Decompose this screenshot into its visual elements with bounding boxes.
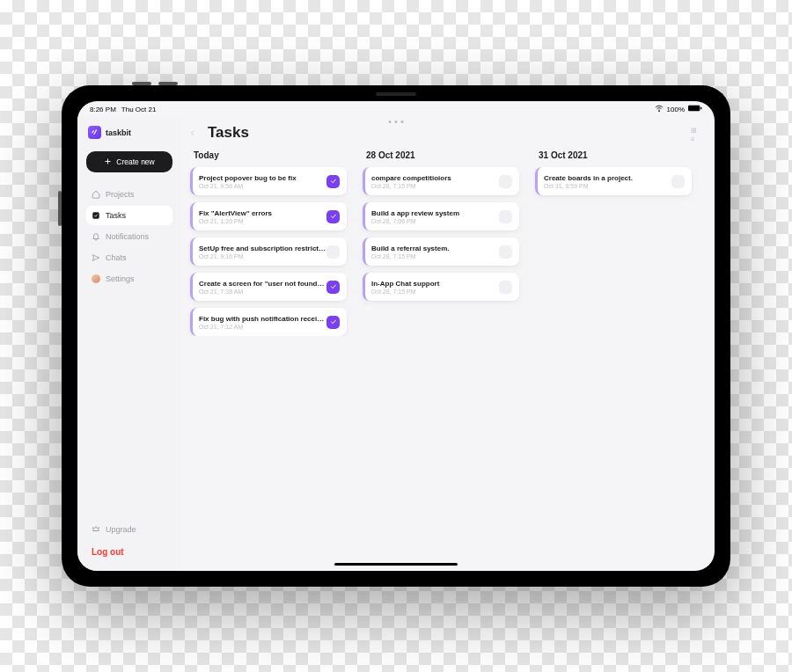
sidebar-item-label: Settings [106,274,135,283]
svg-point-0 [658,111,659,112]
task-card[interactable]: Create a screen for "user not found" ale… [190,273,347,301]
plus-icon [104,157,112,167]
tablet-device-frame: 8:26 PM Thu Oct 21 100% [62,85,730,587]
column-title: 31 Oct 2021 [539,150,692,160]
sidebar-item-settings[interactable]: Settings [86,269,172,289]
grid-view-icon: ⊞ [691,128,697,135]
sidebar-item-label: Projects [106,190,135,199]
task-empty-checkbox[interactable] [499,210,512,223]
bell-icon [92,232,100,241]
task-columns: TodayProject popover bug to be fixOct 21… [181,150,702,336]
task-date: Oct 28, 7:06 PM [371,218,499,224]
home-indicator[interactable] [334,563,458,566]
view-toggle[interactable]: ⊞ ≡ [691,128,697,143]
task-card[interactable]: Fix bug with push notification receiving… [190,308,347,336]
task-title: Project popover bug to be fix [199,174,326,182]
wifi-icon [655,105,664,113]
brand-logo-icon [88,126,101,139]
task-done-checkbox[interactable] [326,316,340,329]
sidebar-item-label: Chats [106,253,127,262]
task-empty-checkbox[interactable] [499,175,512,188]
task-date: Oct 21, 9:16 PM [199,253,326,259]
task-date: Oct 28, 7:15 PM [371,183,499,189]
home-icon [92,190,100,199]
status-time: 8:26 PM [90,106,116,113]
task-done-checkbox[interactable] [326,175,340,188]
task-title: Fix "AlertView" errors [199,209,326,217]
task-list: Create boards in a project.Oct 31, 8:59 … [535,167,692,195]
task-done-checkbox[interactable] [326,210,340,223]
sidebar-item-chats[interactable]: Chats [86,248,172,267]
task-list: compare competitioiorsOct 28, 7:15 PMBui… [363,167,519,301]
task-date: Oct 21, 9:56 AM [199,183,326,189]
sidebar-item-tasks[interactable]: Tasks [86,206,172,225]
task-date: Oct 28, 7:15 PM [371,289,499,295]
upgrade-label: Upgrade [106,525,136,534]
sidebar-item-notifications[interactable]: Notifications [86,227,172,246]
list-view-icon: ≡ [691,136,697,143]
task-title: Build a referral system. [371,245,499,252]
battery-icon [688,105,702,113]
task-card[interactable]: Build a app review systemOct 28, 7:06 PM [363,202,519,230]
task-card[interactable]: Create boards in a project.Oct 31, 8:59 … [535,167,692,195]
task-empty-checkbox[interactable] [499,245,512,259]
task-date: Oct 21, 7:38 AM [199,289,326,295]
task-empty-checkbox[interactable] [326,245,340,259]
crown-icon [92,524,100,535]
task-card[interactable]: Project popover bug to be fixOct 21, 9:5… [190,167,347,195]
back-button[interactable] [185,125,201,141]
sidebar: taskbit Create new Projects [77,117,181,571]
sidebar-item-label: Notifications [106,232,149,241]
sidebar-item-label: Tasks [106,211,126,220]
svg-rect-1 [688,106,700,112]
task-done-checkbox[interactable] [326,281,340,294]
brand-name: taskbit [106,128,131,137]
column-title: Today [194,150,347,160]
upgrade-button[interactable]: Upgrade [86,521,172,538]
task-title: Fix bug with push notification receiving… [199,315,326,323]
task-date: Oct 28, 7:15 PM [371,253,499,259]
task-title: compare competitioiors [371,174,499,182]
task-card[interactable]: In-App Chat supportOct 28, 7:15 PM [363,273,519,301]
task-card[interactable]: SetUp free and subscription restrictions… [190,237,347,266]
brand[interactable]: taskbit [86,124,172,144]
avatar-icon [92,274,100,283]
send-icon [92,253,100,262]
sidebar-item-projects[interactable]: Projects [86,185,172,204]
camera-notch [376,92,416,96]
create-new-button[interactable]: Create new [86,151,172,172]
task-title: Build a app review system [371,209,499,217]
create-new-label: Create new [116,157,154,166]
task-column: 31 Oct 2021Create boards in a project.Oc… [535,150,692,336]
task-list: Project popover bug to be fixOct 21, 9:5… [190,167,347,336]
task-date: Oct 21, 1:20 PM [199,218,326,224]
logout-button[interactable]: Log out [86,544,172,560]
task-date: Oct 31, 8:59 PM [544,183,671,189]
task-empty-checkbox[interactable] [499,281,512,294]
main-content: Tasks ⊞ ≡ TodayProject popover bug to be… [181,117,715,571]
task-card[interactable]: Fix "AlertView" errorsOct 21, 1:20 PM [190,202,347,230]
task-title: In-App Chat support [371,280,499,288]
svg-rect-3 [92,212,99,219]
battery-text: 100% [667,106,685,113]
check-square-icon [92,211,100,220]
task-title: SetUp free and subscription restrictions [199,245,326,252]
logout-label: Log out [92,547,124,557]
task-card[interactable]: Build a referral system.Oct 28, 7:15 PM [363,237,519,266]
task-column: 28 Oct 2021compare competitioiorsOct 28,… [363,150,519,336]
multitask-dots[interactable] [389,121,404,123]
task-card[interactable]: compare competitioiorsOct 28, 7:15 PM [363,167,519,195]
page-title: Tasks [208,124,249,142]
task-empty-checkbox[interactable] [671,175,685,188]
device-top-buttons [132,82,178,85]
status-date: Thu Oct 21 [121,106,157,113]
task-date: Oct 21, 7:12 AM [199,324,326,330]
svg-rect-2 [700,107,701,110]
column-title: 28 Oct 2021 [366,150,519,160]
task-title: Create a screen for "user not found" ale… [199,280,326,288]
task-title: Create boards in a project. [544,174,671,182]
device-side-button [58,191,62,226]
status-bar: 8:26 PM Thu Oct 21 100% [77,101,715,117]
task-column: TodayProject popover bug to be fixOct 21… [190,150,347,336]
sidebar-nav: Projects Tasks Notificatio [86,185,172,289]
